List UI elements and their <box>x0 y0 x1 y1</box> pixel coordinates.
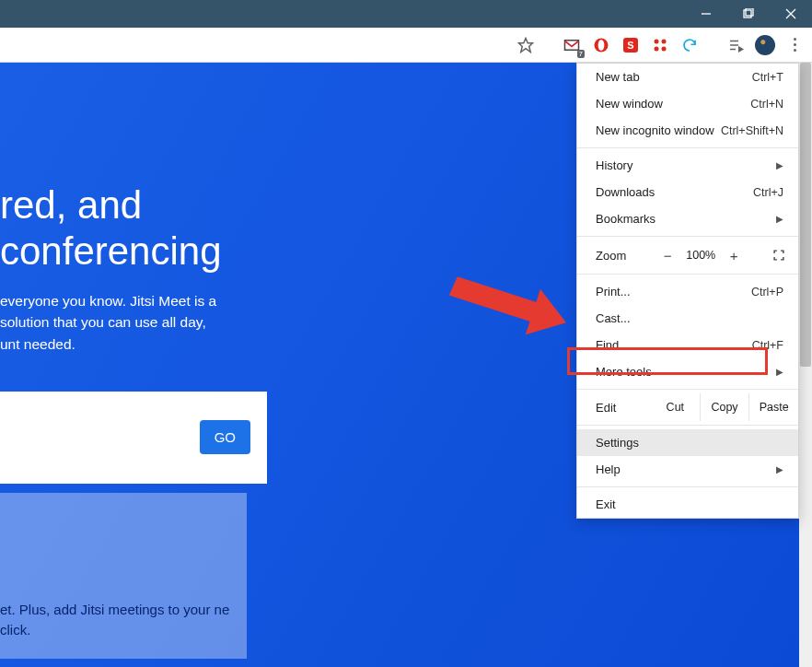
page-viewport: red, and conferencing everyone you know.… <box>0 63 812 667</box>
window-maximize-button[interactable] <box>727 0 770 28</box>
chrome-main-menu: New tab Ctrl+T New window Ctrl+N New inc… <box>576 63 799 519</box>
profile-avatar[interactable] <box>755 35 775 55</box>
bookmark-star-icon[interactable] <box>516 35 536 55</box>
headline-line-1: red, and <box>115 182 212 228</box>
svg-point-8 <box>655 39 659 43</box>
menu-label: History <box>596 158 632 172</box>
menu-separator <box>577 236 798 237</box>
zoom-value: 100% <box>681 249 720 262</box>
menu-label: Settings <box>596 436 639 450</box>
menu-shortcut: Ctrl+Shift+N <box>721 124 783 137</box>
calendar-promo-block: et. Plus, add Jitsi meetings to your ne … <box>0 493 247 659</box>
edit-label: Edit <box>596 401 651 415</box>
menu-label: Bookmarks <box>596 212 655 226</box>
menu-label: New window <box>596 97 663 111</box>
zoom-in-button[interactable]: + <box>720 248 748 263</box>
menu-label: New tab <box>596 70 640 84</box>
page-description: everyone you know. Jitsi Meet is a solut… <box>0 290 226 355</box>
menu-item-settings[interactable]: Settings <box>577 429 798 456</box>
menu-item-new-tab[interactable]: New tab Ctrl+T <box>577 64 798 90</box>
svg-point-9 <box>662 39 667 43</box>
meeting-input-card: GO <box>0 392 267 484</box>
menu-separator <box>577 389 798 390</box>
menu-label: More tools <box>596 365 652 379</box>
chrome-menu-button[interactable] <box>784 35 805 55</box>
menu-item-help[interactable]: Help ▶ <box>577 456 798 483</box>
menu-item-cast[interactable]: Cast... <box>577 305 798 332</box>
menu-item-downloads[interactable]: Downloads Ctrl+J <box>577 179 798 205</box>
menu-edit-row: Edit Cut Copy Paste <box>577 393 798 421</box>
media-control-icon[interactable] <box>725 35 746 55</box>
chevron-right-icon: ▶ <box>776 214 783 224</box>
svg-marker-15 <box>739 47 743 52</box>
menu-item-find[interactable]: Find... Ctrl+F <box>577 332 798 358</box>
menu-item-history[interactable]: History ▶ <box>577 152 798 179</box>
menu-shortcut: Ctrl+N <box>750 98 783 111</box>
menu-separator <box>577 425 798 426</box>
menu-label: Help <box>596 462 621 476</box>
menu-separator <box>577 486 798 487</box>
chevron-right-icon: ▶ <box>776 464 783 474</box>
menu-item-new-incognito[interactable]: New incognito window Ctrl+Shift+N <box>577 117 798 144</box>
fullscreen-button[interactable] <box>769 245 789 265</box>
zoom-out-button[interactable]: − <box>654 248 681 263</box>
red-dots-extension-icon[interactable] <box>650 35 670 55</box>
menu-separator <box>577 274 798 275</box>
chevron-right-icon: ▶ <box>776 160 783 170</box>
s-extension-icon[interactable]: S <box>621 35 641 55</box>
gmail-unread-badge: 7 <box>577 50 585 58</box>
headline-line-2: conferencing <box>115 228 212 275</box>
zoom-label: Zoom <box>596 249 626 263</box>
opera-extension-icon[interactable] <box>591 35 611 55</box>
window-titlebar <box>0 0 812 28</box>
menu-shortcut: Ctrl+F <box>752 339 783 352</box>
window-close-button[interactable] <box>770 0 812 28</box>
menu-label: Exit <box>596 497 616 511</box>
menu-item-exit[interactable]: Exit <box>577 491 798 518</box>
edit-cut-button[interactable]: Cut <box>651 393 700 421</box>
browser-toolbar: 7 S <box>0 28 812 63</box>
calendar-promo-text: et. Plus, add Jitsi meetings to your ne … <box>0 600 239 640</box>
edit-paste-button[interactable]: Paste <box>748 393 798 421</box>
menu-label: Downloads <box>596 185 655 199</box>
refresh-extension-icon[interactable] <box>679 35 700 55</box>
svg-rect-2 <box>746 8 753 16</box>
scrollbar-thumb[interactable] <box>800 63 811 367</box>
menu-item-more-tools[interactable]: More tools ▶ <box>577 358 798 385</box>
menu-item-bookmarks[interactable]: Bookmarks ▶ <box>577 205 798 232</box>
edit-copy-button[interactable]: Copy <box>700 393 749 421</box>
gmail-extension-icon[interactable]: 7 <box>562 35 582 55</box>
menu-label: Cast... <box>596 311 631 325</box>
menu-shortcut: Ctrl+J <box>753 186 783 199</box>
menu-separator <box>577 147 798 148</box>
menu-shortcut: Ctrl+P <box>751 286 783 298</box>
menu-item-new-window[interactable]: New window Ctrl+N <box>577 90 798 117</box>
window-minimize-button[interactable] <box>685 0 727 28</box>
menu-label: Find... <box>596 338 629 352</box>
svg-point-11 <box>662 46 667 51</box>
svg-point-10 <box>655 46 659 51</box>
vertical-scrollbar[interactable] <box>799 63 812 667</box>
svg-point-7 <box>598 40 605 51</box>
menu-item-print[interactable]: Print... Ctrl+P <box>577 278 798 305</box>
menu-label: Print... <box>596 285 631 298</box>
svg-rect-1 <box>744 10 751 18</box>
menu-zoom-row: Zoom − 100% + <box>577 240 798 270</box>
chevron-right-icon: ▶ <box>776 367 783 377</box>
page-headline: red, and conferencing <box>0 182 212 274</box>
go-button[interactable]: GO <box>200 420 250 454</box>
menu-shortcut: Ctrl+T <box>752 71 783 84</box>
menu-label: New incognito window <box>596 123 714 137</box>
svg-marker-5 <box>519 38 533 52</box>
